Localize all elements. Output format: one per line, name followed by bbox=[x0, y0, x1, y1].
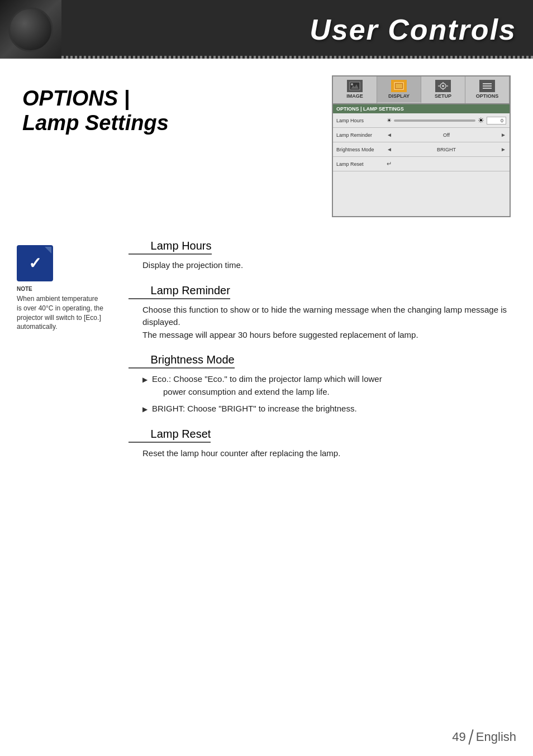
svg-point-6 bbox=[442, 85, 444, 87]
ui-mockup-panel: IMAGE DISPLAY SETUP OPTIONS OPT bbox=[332, 75, 511, 217]
tab-setup[interactable]: SETUP bbox=[421, 76, 465, 103]
lamp-reset-heading: Lamp Reset bbox=[129, 428, 211, 443]
lamp-hours-section: Lamp Hours Display the projection time. bbox=[129, 240, 511, 272]
ui-row-lamp-reminder: Lamp Reminder ◄ Off ► bbox=[333, 128, 510, 142]
lamp-hours-heading: Lamp Hours bbox=[129, 240, 212, 255]
brightness-arrow-left[interactable]: ◄ bbox=[387, 146, 392, 152]
bullet-eco-text: Eco.: Choose "Eco." to dim the projector… bbox=[152, 373, 382, 398]
tab-image-label: IMAGE bbox=[346, 93, 363, 99]
ui-empty-space bbox=[333, 171, 510, 216]
options-tab-icon bbox=[479, 80, 495, 92]
svg-rect-13 bbox=[483, 88, 492, 89]
bullet-arrow-1: ▶ bbox=[142, 375, 147, 385]
tab-image[interactable]: IMAGE bbox=[333, 76, 377, 103]
tab-options-label: OPTIONS bbox=[476, 93, 499, 99]
brightness-mode-value: BRIGHT bbox=[394, 147, 498, 152]
svg-rect-12 bbox=[483, 85, 492, 87]
section-title-panel: OPTIONS | Lamp Settings bbox=[22, 75, 201, 217]
lamp-reminder-value: Off bbox=[394, 132, 498, 138]
bullet-bright: ▶ BRIGHT: Choose "BRIGHT" to increase th… bbox=[129, 403, 511, 415]
brightness-mode-label: Brightness Mode bbox=[336, 147, 387, 152]
page-number: 49 bbox=[452, 730, 465, 744]
setup-tab-icon bbox=[435, 80, 451, 92]
lamp-reset-body: Reset the lamp hour counter after replac… bbox=[129, 447, 511, 460]
ui-row-brightness-mode: Brightness Mode ◄ BRIGHT ► bbox=[333, 142, 510, 157]
sun-icon-large: ☀ bbox=[478, 116, 484, 125]
enter-icon[interactable]: ↵ bbox=[387, 160, 392, 168]
lamp-reminder-section: Lamp Reminder Choose this function to sh… bbox=[129, 284, 511, 342]
page-header: User Controls bbox=[0, 0, 533, 59]
lamp-reset-label: Lamp Reset bbox=[336, 161, 387, 167]
header-stripe bbox=[61, 56, 533, 59]
page-title: User Controls bbox=[61, 13, 516, 46]
lamp-reset-control: ↵ bbox=[387, 160, 506, 168]
display-tab-icon bbox=[391, 80, 407, 92]
lamp-hours-label: Lamp Hours bbox=[336, 118, 387, 123]
logo-image bbox=[8, 7, 53, 52]
body-content-wrapper: ✓ Note When ambient temperature is over … bbox=[0, 228, 533, 483]
lamp-reminder-arrow-right[interactable]: ► bbox=[501, 132, 506, 138]
header-title-area: User Controls bbox=[61, 13, 533, 46]
top-content: OPTIONS | Lamp Settings IMAGE DISPLAY bbox=[0, 59, 533, 228]
bullet-bright-text: BRIGHT: Choose "BRIGHT" to increase the … bbox=[152, 403, 357, 415]
ui-row-lamp-reset: Lamp Reset ↵ bbox=[333, 157, 510, 171]
body-content: Lamp Hours Display the projection time. … bbox=[0, 228, 533, 483]
brightness-mode-section: Brightness Mode ▶ Eco.: Choose "Eco." to… bbox=[129, 353, 511, 415]
lamp-reminder-arrow-left[interactable]: ◄ bbox=[387, 132, 392, 138]
lamp-reminder-label: Lamp Reminder bbox=[336, 132, 387, 138]
lamp-hours-slider[interactable] bbox=[394, 119, 475, 122]
lamp-hours-body: Display the projection time. bbox=[129, 259, 511, 272]
lamp-reset-section: Lamp Reset Reset the lamp hour counter a… bbox=[129, 428, 511, 460]
logo-area bbox=[0, 0, 61, 59]
lamp-reminder-control: ◄ Off ► bbox=[387, 132, 506, 138]
lamp-hours-value: 0 bbox=[487, 117, 506, 125]
tab-display[interactable]: DISPLAY bbox=[377, 76, 421, 103]
ui-tabs-bar: IMAGE DISPLAY SETUP OPTIONS bbox=[333, 76, 510, 104]
lamp-hours-control: ☀ ☀ 0 bbox=[387, 116, 506, 125]
svg-rect-11 bbox=[483, 83, 492, 84]
lamp-reminder-body: Choose this function to show or to hide … bbox=[129, 304, 511, 342]
bullet-eco-continuation: power consumption and extend the lamp li… bbox=[152, 386, 382, 399]
ui-breadcrumb: OPTIONS | LAMP SETTINGS bbox=[333, 104, 510, 113]
image-tab-icon bbox=[347, 80, 363, 92]
tab-display-label: DISPLAY bbox=[388, 93, 410, 99]
bullet-eco: ▶ Eco.: Choose "Eco." to dim the project… bbox=[129, 373, 511, 398]
svg-point-2 bbox=[351, 83, 353, 85]
brightness-arrow-right[interactable]: ► bbox=[501, 146, 506, 152]
brightness-mode-control: ◄ BRIGHT ► bbox=[387, 146, 506, 152]
footer-language: English bbox=[476, 730, 516, 744]
lamp-reminder-heading: Lamp Reminder bbox=[129, 284, 230, 299]
section-heading-main: OPTIONS | Lamp Settings bbox=[22, 87, 169, 135]
ui-row-lamp-hours: Lamp Hours ☀ ☀ 0 bbox=[333, 113, 510, 128]
footer: 49 English bbox=[452, 729, 516, 745]
footer-divider bbox=[468, 729, 473, 745]
sun-icon-small: ☀ bbox=[387, 117, 392, 123]
bullet-arrow-2: ▶ bbox=[142, 404, 147, 414]
tab-options[interactable]: OPTIONS bbox=[465, 76, 510, 103]
tab-setup-label: SETUP bbox=[435, 93, 451, 99]
brightness-mode-heading: Brightness Mode bbox=[129, 353, 235, 369]
svg-rect-4 bbox=[396, 84, 402, 88]
